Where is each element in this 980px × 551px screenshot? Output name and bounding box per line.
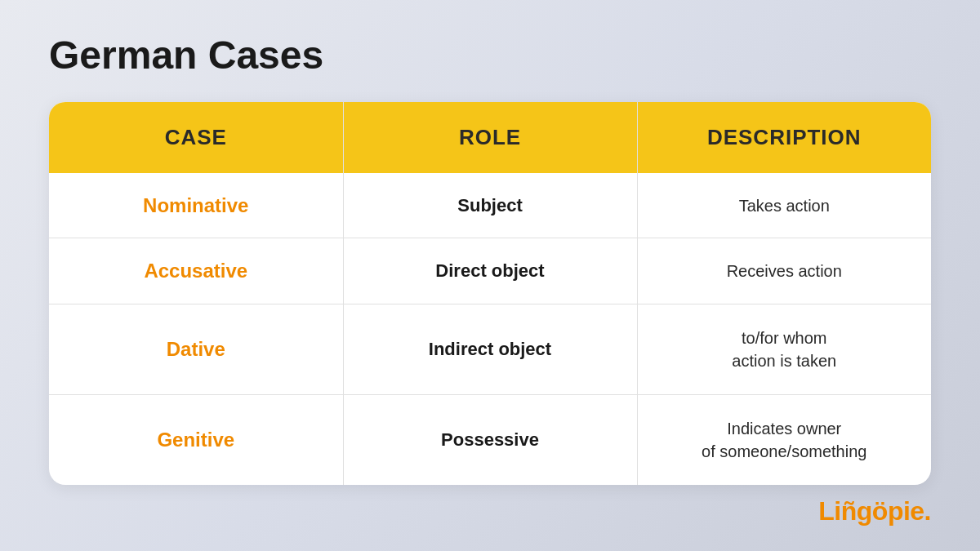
case-cell: Accusative bbox=[49, 238, 343, 304]
case-name: Nominative bbox=[143, 194, 248, 216]
role-name: Direct object bbox=[435, 260, 544, 281]
page-title: German Cases bbox=[49, 33, 931, 78]
role-cell: Direct object bbox=[343, 238, 637, 304]
logo: Liñgöpie. bbox=[818, 496, 931, 527]
table-row: Dative Indirect object to/for whom actio… bbox=[49, 304, 931, 394]
desc-text: Takes action bbox=[739, 197, 830, 215]
role-name: Possessive bbox=[441, 429, 539, 450]
case-name: Accusative bbox=[144, 260, 247, 282]
table-header-row: CASE ROLE DESCRIPTION bbox=[49, 102, 931, 173]
cases-table: CASE ROLE DESCRIPTION Nominative Subject… bbox=[49, 102, 931, 485]
cases-table-container: CASE ROLE DESCRIPTION Nominative Subject… bbox=[49, 102, 931, 485]
table-row: Genitive Possessive Indicates owner of s… bbox=[49, 394, 931, 485]
desc-cell: Takes action bbox=[637, 173, 931, 238]
desc-cell: Receives action bbox=[637, 238, 931, 304]
desc-cell: to/for whom action is taken bbox=[637, 304, 931, 394]
header-role: ROLE bbox=[343, 102, 637, 173]
role-cell: Possessive bbox=[343, 394, 637, 485]
case-cell: Dative bbox=[49, 304, 343, 394]
case-name: Genitive bbox=[157, 429, 234, 451]
desc-text: Indicates owner of someone/something bbox=[702, 420, 866, 460]
table-row: Nominative Subject Takes action bbox=[49, 173, 931, 238]
header-case: CASE bbox=[49, 102, 343, 173]
role-cell: Indirect object bbox=[343, 304, 637, 394]
table-body: Nominative Subject Takes action Accusati… bbox=[49, 173, 931, 485]
desc-cell: Indicates owner of someone/something bbox=[637, 394, 931, 485]
desc-text: Receives action bbox=[727, 262, 842, 280]
case-name: Dative bbox=[167, 338, 225, 360]
header-description: DESCRIPTION bbox=[637, 102, 931, 173]
role-name: Indirect object bbox=[429, 339, 551, 359]
role-name: Subject bbox=[457, 195, 522, 216]
case-cell: Nominative bbox=[49, 173, 343, 238]
desc-text: to/for whom action is taken bbox=[732, 329, 836, 370]
case-cell: Genitive bbox=[49, 394, 343, 485]
table-row: Accusative Direct object Receives action bbox=[49, 238, 931, 304]
logo-area: Liñgöpie. bbox=[49, 496, 931, 527]
role-cell: Subject bbox=[343, 173, 637, 238]
